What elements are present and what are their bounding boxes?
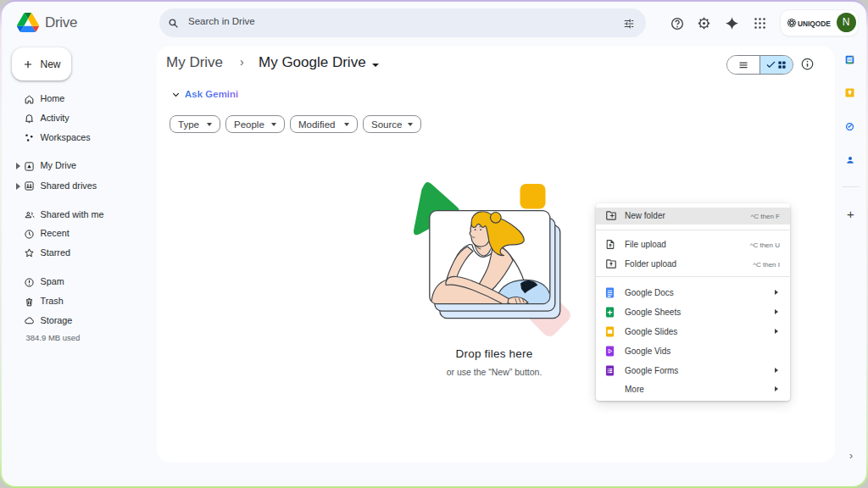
svg-text:31: 31 bbox=[848, 58, 852, 62]
